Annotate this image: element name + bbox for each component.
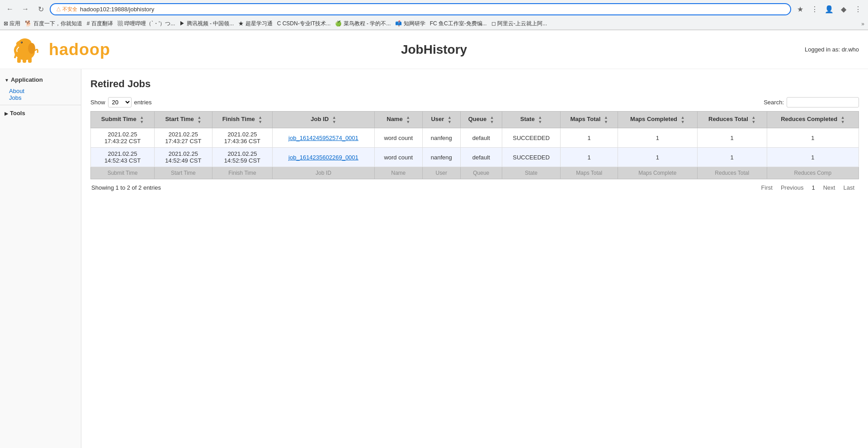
last-page-button[interactable]: Last (840, 183, 858, 192)
sort-up-icon (406, 115, 410, 120)
col-reduces-completed[interactable]: Reduces Completed (767, 112, 859, 128)
bookmark-baidu[interactable]: 🐕 百度一下，你就知道 (25, 20, 82, 28)
table-footer-row: Submit Time Start Time Finish Time Job I… (91, 167, 859, 179)
show-entries-control: Show 10 20 50 100 entries (90, 97, 152, 107)
sidebar-item-about-jobs[interactable]: AboutJobs (0, 86, 81, 103)
sort-down-icon (140, 120, 144, 124)
reload-button[interactable]: ↻ (34, 3, 47, 15)
cell-reduces-completed: 1 (767, 148, 859, 167)
jobs-table: Submit Time Start Time Finish Time Job I… (90, 111, 859, 179)
cell-job-id[interactable]: job_1614245952574_0001 (273, 128, 375, 148)
svg-point-8 (28, 43, 35, 54)
sort-up-icon (841, 115, 845, 120)
cell-maps-total: 1 (561, 148, 618, 167)
col-maps-total[interactable]: Maps Total (561, 112, 618, 128)
col-submit-time[interactable]: Submit Time (91, 112, 155, 128)
previous-page-button[interactable]: Previous (777, 183, 807, 192)
table-header-row: Submit Time Start Time Finish Time Job I… (91, 112, 859, 128)
pagination-controls: First Previous 1 Next Last (758, 183, 858, 192)
bookmark-star-button[interactable]: ★ (794, 3, 807, 15)
sort-down-icon (258, 120, 262, 124)
back-button[interactable]: ← (4, 3, 16, 15)
triangle-right-icon (5, 110, 8, 117)
cell-maps-completed: 1 (618, 128, 697, 148)
bookmark-chaoxing[interactable]: ★ 超星学习通 (238, 20, 272, 28)
bookmarks-more[interactable]: » (861, 21, 864, 27)
cell-submit-time: 2021.02.2517:43:22 CST (91, 128, 155, 148)
show-label: Show (90, 99, 105, 106)
col-name[interactable]: Name (374, 112, 422, 128)
bookmark-cnki[interactable]: 📫 知网研学 (395, 20, 425, 28)
page-title: JobHistory (401, 42, 467, 57)
col-start-time[interactable]: Start Time (155, 112, 212, 128)
sidebar-tools-header[interactable]: Tools (0, 107, 81, 119)
sort-down-icon (490, 120, 494, 124)
footer-name: Name (374, 167, 422, 179)
sort-up-icon (681, 115, 685, 120)
table-row: 2021.02.2514:52:43 CST2021.02.2514:52:49… (91, 148, 859, 167)
footer-reduces-total: Reduces Total (697, 167, 767, 179)
col-finish-time[interactable]: Finish Time (212, 112, 272, 128)
sort-down-icon (604, 120, 608, 124)
cell-job-id[interactable]: job_1614235602269_0001 (273, 148, 375, 167)
cell-reduces-completed: 1 (767, 128, 859, 148)
logged-in-text: Logged in as: dr.who (805, 46, 859, 53)
col-user[interactable]: User (422, 112, 460, 128)
hadoop-logo: hadoop (9, 35, 110, 64)
col-reduces-total[interactable]: Reduces Total (697, 112, 767, 128)
cell-maps-completed: 1 (618, 148, 697, 167)
content-title: Retired Jobs (90, 78, 859, 90)
entries-select[interactable]: 10 20 50 100 (108, 97, 132, 107)
sidebar-application-header[interactable]: Application (0, 74, 81, 86)
bookmark-translate[interactable]: # 百度翻译 (87, 20, 113, 28)
first-page-button[interactable]: First (758, 183, 776, 192)
main-layout: Application AboutJobs Tools Retired Jobs… (0, 69, 868, 448)
hadoop-elephant-logo (9, 35, 45, 64)
cell-maps-total: 1 (561, 128, 618, 148)
next-page-button[interactable]: Next (820, 183, 839, 192)
sort-down-icon (681, 120, 685, 124)
cell-reduces-total: 1 (697, 128, 767, 148)
bookmark-bilibili[interactable]: ▩ 哔哩哔哩（`・'）つ... (118, 20, 175, 28)
browser-menu-button[interactable]: ⋮ (808, 3, 821, 15)
sidebar-section-tools: Tools (0, 107, 81, 119)
col-state[interactable]: State (502, 112, 561, 128)
content-area: Retired Jobs Show 10 20 50 100 entries S… (81, 69, 868, 448)
sidebar-divider (0, 105, 81, 105)
bookmark-fishc[interactable]: FC 鱼C工作室-免费编... (430, 20, 487, 28)
address-bar[interactable]: △ 不安全 hadoop102:19888/jobhistory (50, 3, 791, 15)
cell-start-time: 2021.02.2517:43:27 CST (155, 128, 212, 148)
col-queue[interactable]: Queue (460, 112, 502, 128)
bookmark-apps[interactable]: ⊠ 应用 (4, 20, 20, 28)
sort-up-icon (490, 115, 494, 120)
bookmark-aliyun[interactable]: ◻ 阿里云-上云就上阿... (491, 20, 547, 28)
sort-up-icon (332, 115, 336, 120)
cell-user: nanfeng (422, 148, 460, 167)
bookmark-tencent[interactable]: ▶ 腾讯视频 - 中国领... (179, 20, 234, 28)
col-job-id[interactable]: Job ID (273, 112, 375, 128)
browser-right-icons: ★ ⋮ 👤 ◆ ⋮ (794, 3, 864, 15)
cell-start-time: 2021.02.2514:52:49 CST (155, 148, 212, 167)
sort-down-icon (332, 120, 336, 124)
application-label: Application (11, 76, 43, 83)
cell-state: SUCCEEDED (502, 128, 561, 148)
footer-state: State (502, 167, 561, 179)
search-input[interactable] (787, 97, 859, 107)
pagination-info: Showing 1 to 2 of 2 entries (91, 184, 161, 191)
sidebar: Application AboutJobs Tools (0, 69, 81, 448)
forward-button[interactable]: → (19, 3, 32, 15)
footer-maps-completed: Maps Complete (618, 167, 697, 179)
sort-down-icon (197, 120, 201, 124)
current-page-button[interactable]: 1 (808, 183, 818, 192)
bookmark-runoob[interactable]: 🍏 菜鸟教程 - 学的不... (335, 20, 391, 28)
address-path: /jobhistory (127, 6, 154, 13)
bookmark-csdn[interactable]: C CSDN-专业IT技术... (277, 20, 331, 28)
job-id-link[interactable]: job_1614235602269_0001 (288, 154, 359, 161)
footer-submit-time: Submit Time (91, 167, 155, 179)
more-options-button[interactable]: ⋮ (852, 3, 864, 15)
job-id-link[interactable]: job_1614245952574_0001 (288, 135, 359, 141)
extensions-button[interactable]: ◆ (837, 3, 850, 15)
entries-label: entries (134, 99, 152, 106)
profile-button[interactable]: 👤 (823, 3, 835, 15)
col-maps-completed[interactable]: Maps Completed (618, 112, 697, 128)
